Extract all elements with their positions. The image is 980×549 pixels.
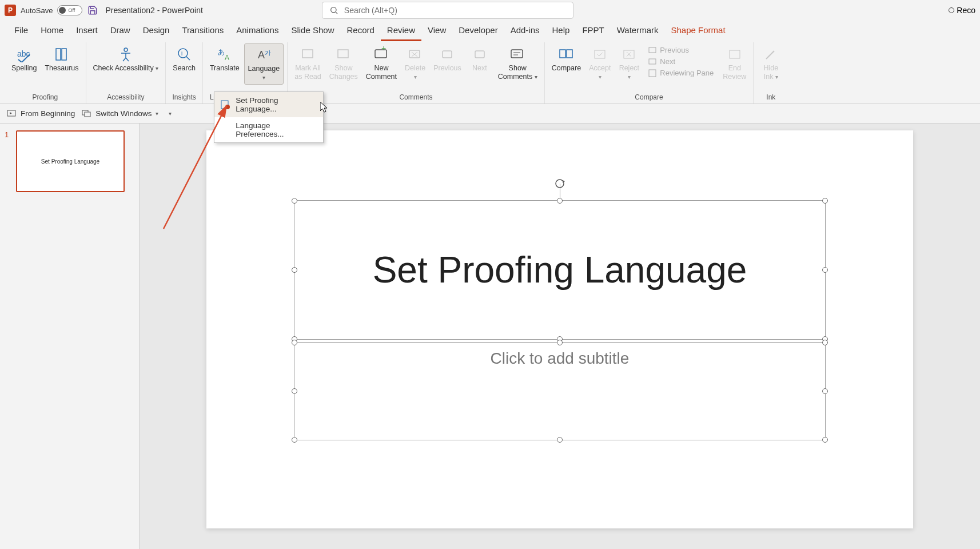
tab-fppt[interactable]: FPPT (576, 21, 610, 41)
rotation-handle[interactable] (554, 178, 565, 189)
new-comment-button[interactable]: + New Comment (362, 43, 400, 83)
toggle-knob (59, 7, 66, 14)
hide-ink-button: Hide Ink ▾ (757, 43, 784, 83)
tab-transitions[interactable]: Transitions (176, 21, 230, 41)
svg-rect-22 (511, 50, 523, 58)
svg-rect-21 (475, 51, 484, 58)
end-review-button: End Review (719, 43, 750, 83)
tab-design[interactable]: Design (137, 21, 176, 41)
resize-handle-s[interactable] (557, 437, 563, 443)
svg-rect-14 (338, 50, 348, 58)
slide-title-text[interactable]: Set Proofing Language (373, 249, 747, 291)
from-beginning-button[interactable]: From Beginning (7, 109, 75, 119)
delete-comment-button: Delete▾ (401, 43, 429, 83)
resize-handle-n[interactable] (557, 340, 563, 345)
tab-shape-format[interactable]: Shape Format (665, 21, 732, 41)
resize-handle-w[interactable] (292, 267, 297, 273)
compare-icon (558, 46, 574, 63)
svg-text:A: A (225, 54, 229, 62)
thumb-preview[interactable]: Set Proofing Language (16, 130, 125, 192)
set-proofing-language-item[interactable]: Set Proofing Language... (214, 92, 323, 117)
chevron-down-icon: ▾ (414, 74, 417, 80)
chevron-down-icon: ▾ (156, 110, 158, 117)
app-icon: P (5, 5, 16, 16)
tab-help[interactable]: Help (546, 21, 576, 41)
record-indicator[interactable]: Reco (949, 6, 975, 15)
svg-line-7 (186, 57, 190, 60)
prev-change-button: Previous (646, 45, 716, 55)
slide-subtitle-text[interactable]: Click to add subtitle (491, 349, 630, 368)
language-button[interactable]: A가 Language▾ (244, 43, 284, 85)
tab-watermark[interactable]: Watermark (611, 21, 665, 41)
resize-handle-nw[interactable] (292, 340, 297, 345)
group-insights: i Search Insights (166, 42, 203, 104)
tab-view[interactable]: View (421, 21, 452, 41)
tab-file[interactable]: File (8, 21, 34, 41)
svg-rect-25 (560, 50, 565, 58)
search-input[interactable] (344, 6, 566, 15)
compare-button[interactable]: Compare (548, 43, 584, 75)
resize-handle-w[interactable] (292, 388, 297, 394)
ribbon-tabs: FileHomeInsertDrawDesignTransitionsAnima… (0, 21, 980, 41)
svg-rect-33 (649, 70, 656, 77)
svg-text:가: 가 (265, 49, 271, 56)
svg-text:i: i (181, 50, 182, 57)
ribbon: abc Spelling Thesaurus Proofing Check Ac… (0, 41, 980, 104)
resize-handle-e[interactable] (822, 267, 828, 273)
accept-icon (593, 46, 607, 63)
windows-icon (82, 109, 92, 119)
svg-rect-34 (730, 50, 740, 58)
svg-text:あ: あ (218, 48, 225, 56)
spelling-button[interactable]: abc Spelling (8, 43, 40, 75)
svg-rect-31 (649, 47, 656, 53)
thesaurus-button[interactable]: Thesaurus (41, 43, 82, 75)
mouse-cursor-icon (320, 102, 329, 113)
svg-rect-13 (302, 50, 313, 58)
slide-thumbnail-1[interactable]: 1 Set Proofing Language (5, 130, 134, 192)
title-placeholder[interactable]: Set Proofing Language (294, 200, 826, 340)
tab-slide-show[interactable]: Slide Show (285, 21, 340, 41)
hide-ink-icon (764, 46, 778, 63)
resize-handle-n[interactable] (557, 198, 563, 204)
resize-handle-e[interactable] (822, 388, 828, 394)
switch-windows-button[interactable]: Switch Windows ▾ (82, 109, 158, 119)
save-icon[interactable] (87, 5, 98, 16)
svg-rect-4 (62, 49, 66, 60)
thesaurus-icon (54, 46, 70, 63)
tab-draw[interactable]: Draw (104, 21, 137, 41)
reject-button: Reject▾ (615, 43, 643, 83)
next-comment-button: Next (466, 43, 493, 75)
resize-handle-nw[interactable] (292, 198, 297, 204)
autosave-toggle[interactable]: Off (57, 5, 82, 15)
tab-add-ins[interactable]: Add-ins (504, 21, 546, 41)
show-comments-button[interactable]: Show Comments ▾ (495, 43, 541, 83)
smart-search-icon: i (176, 46, 192, 63)
search-box[interactable] (322, 2, 573, 19)
tab-record[interactable]: Record (340, 21, 380, 41)
resize-handle-sw[interactable] (292, 437, 297, 443)
show-changes-button: Show Changes (326, 43, 361, 83)
canvas-area[interactable]: Set Proofing Language Click to add subti… (140, 124, 980, 549)
customize-qat-icon[interactable]: ▾ (169, 110, 172, 117)
svg-rect-27 (595, 50, 605, 58)
translate-button[interactable]: あA Translate (206, 43, 243, 75)
tab-home[interactable]: Home (34, 21, 70, 41)
slide[interactable]: Set Proofing Language Click to add subti… (206, 130, 913, 528)
language-preferences-item[interactable]: Language Preferences... (214, 117, 323, 142)
resize-handle-ne[interactable] (822, 198, 828, 204)
resize-handle-se[interactable] (822, 437, 828, 443)
resize-handle-ne[interactable] (822, 340, 828, 345)
tab-developer[interactable]: Developer (452, 21, 504, 41)
tab-insert[interactable]: Insert (70, 21, 104, 41)
tab-animations[interactable]: Animations (230, 21, 285, 41)
svg-point-39 (556, 180, 564, 188)
check-accessibility-button[interactable]: Check Accessibility ▾ (90, 43, 162, 75)
new-comment-icon: + (373, 46, 389, 63)
next-icon (472, 46, 488, 63)
thumbnail-panel[interactable]: 1 Set Proofing Language (0, 124, 140, 549)
tab-review[interactable]: Review (381, 21, 421, 41)
subtitle-placeholder[interactable]: Click to add subtitle (294, 342, 826, 440)
smart-search-button[interactable]: i Search (169, 43, 199, 75)
translate-icon: あA (217, 46, 233, 63)
svg-rect-26 (567, 50, 572, 58)
